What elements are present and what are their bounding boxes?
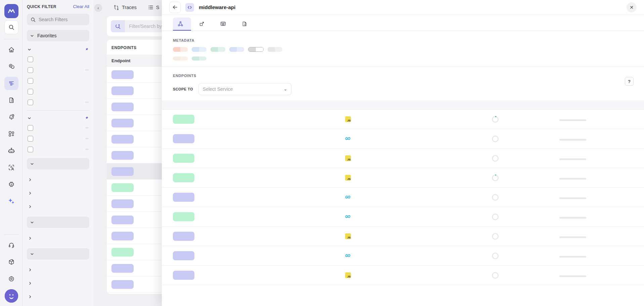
method-badge xyxy=(173,251,194,260)
rail-item-integrations[interactable] xyxy=(4,127,18,141)
tab-traces[interactable]: Traces xyxy=(113,5,137,10)
chip-value xyxy=(199,47,206,52)
method-badge xyxy=(111,119,134,127)
clear-all-link[interactable]: Clear All xyxy=(73,4,89,9)
latency-bar xyxy=(559,139,586,141)
filter-option-count xyxy=(85,69,89,71)
filter-option-row xyxy=(27,54,89,65)
filter-sub-item[interactable] xyxy=(27,290,89,303)
support-icon xyxy=(8,242,15,248)
endpoint-table-row[interactable]: JS xyxy=(162,168,644,188)
method-badge xyxy=(111,199,134,208)
filter-sub-item[interactable] xyxy=(27,173,89,186)
rail-item-traces[interactable] xyxy=(4,77,18,90)
latency-bar xyxy=(559,197,586,199)
user-avatar[interactable] xyxy=(5,289,18,303)
endpoint-table-row[interactable]: GO xyxy=(162,246,644,266)
filter-group-header[interactable] xyxy=(27,45,89,54)
rail-item-alerts[interactable] xyxy=(4,110,18,124)
rail-item-ai-sparkle[interactable] xyxy=(4,194,18,208)
infrastructure-icon xyxy=(8,63,15,70)
filter-group-header[interactable] xyxy=(27,113,89,122)
chevron-down-icon xyxy=(30,252,34,256)
rail-item-support[interactable] xyxy=(4,238,18,252)
metadata-chip-api xyxy=(192,47,206,52)
method-badge xyxy=(173,115,194,124)
endpoint-table-row[interactable]: GO xyxy=(162,207,644,227)
rail-item-bot[interactable] xyxy=(4,144,18,157)
rail-item-install[interactable] xyxy=(4,255,18,269)
rail-item-infrastructure[interactable] xyxy=(4,60,18,73)
tab-services-partial[interactable]: S xyxy=(148,5,159,10)
rail-item-home[interactable] xyxy=(4,43,18,56)
latency-bar xyxy=(559,217,586,219)
checkbox[interactable] xyxy=(28,89,33,94)
collapse-filter-button[interactable]: ‹ xyxy=(94,4,102,12)
tab-openapi-preview[interactable] xyxy=(216,17,234,31)
traces-icon xyxy=(8,80,15,87)
rail-search-button[interactable] xyxy=(4,20,18,34)
filter-section-host[interactable] xyxy=(27,158,89,169)
rail-item-processes[interactable] xyxy=(4,178,18,191)
method-badge xyxy=(111,264,134,273)
endpoint-table-row[interactable]: JS xyxy=(162,227,644,246)
endpoint-table-row[interactable]: JS xyxy=(162,110,644,129)
golang-icon: GO xyxy=(345,195,350,199)
filter-sub-item[interactable] xyxy=(27,263,89,276)
filter-sub-item[interactable] xyxy=(27,231,89,245)
filter-sub-item[interactable] xyxy=(27,186,89,200)
filter-sub-item[interactable] xyxy=(27,303,89,306)
metadata-chip-last-updated xyxy=(268,47,282,52)
tab-logs[interactable] xyxy=(237,18,255,31)
chip-label xyxy=(211,47,218,52)
checkbox[interactable] xyxy=(28,100,33,105)
method-badge xyxy=(111,183,134,192)
method-badge xyxy=(111,232,134,240)
rail-divider xyxy=(4,234,19,235)
filter-sub-item[interactable] xyxy=(27,200,89,213)
metadata-chip-version xyxy=(211,47,225,52)
endpoint-table-row[interactable]: JS xyxy=(162,266,644,285)
search-icon xyxy=(8,24,15,31)
filter-section-service[interactable] xyxy=(27,217,89,228)
rail-item-rum[interactable] xyxy=(4,161,18,174)
error-rate-donut xyxy=(492,136,499,142)
close-button[interactable]: ✕ xyxy=(627,2,637,12)
filter-sub-item[interactable] xyxy=(27,276,89,290)
error-rate-donut xyxy=(492,272,499,279)
checkbox[interactable] xyxy=(28,147,33,152)
chip-value xyxy=(180,47,188,52)
error-rate-donut xyxy=(492,194,499,201)
filter-option-row xyxy=(27,65,89,75)
filter-section-endpoint[interactable] xyxy=(27,248,89,260)
filter-option-row xyxy=(27,144,89,155)
rum-icon xyxy=(8,164,15,171)
endpoint-table-row[interactable]: JS xyxy=(162,149,644,168)
endpoint-table-row[interactable]: GO xyxy=(162,188,644,207)
tab-relationship[interactable] xyxy=(194,18,212,31)
rail-item-settings[interactable] xyxy=(4,272,18,285)
metadata-chip-tags xyxy=(173,56,188,61)
chevron-right-icon xyxy=(28,268,32,272)
checkbox[interactable] xyxy=(28,67,33,73)
checkbox[interactable] xyxy=(28,136,33,142)
method-badge xyxy=(173,193,194,202)
endpoint-table-row[interactable]: GO xyxy=(162,129,644,149)
chip-value xyxy=(218,47,225,52)
latency-bar xyxy=(559,256,586,258)
rail-item-logs[interactable] xyxy=(4,93,18,107)
filter-option-count xyxy=(85,127,89,128)
help-button[interactable]: ? xyxy=(625,77,634,86)
tab-traces-label: Traces xyxy=(122,5,137,10)
scope-service-select[interactable]: Select Service ⌄ xyxy=(198,83,291,95)
tab-detail[interactable] xyxy=(173,17,191,31)
checkbox[interactable] xyxy=(28,78,33,84)
checkbox[interactable] xyxy=(28,125,33,131)
favorites-accordion[interactable]: Favorites xyxy=(27,30,89,41)
back-button[interactable] xyxy=(169,2,181,13)
filter-search-input[interactable]: Search Filters xyxy=(27,14,89,25)
chevron-down-icon xyxy=(30,34,34,38)
latency-bar xyxy=(559,178,586,180)
method-badge xyxy=(111,70,134,79)
checkbox[interactable] xyxy=(28,56,33,62)
